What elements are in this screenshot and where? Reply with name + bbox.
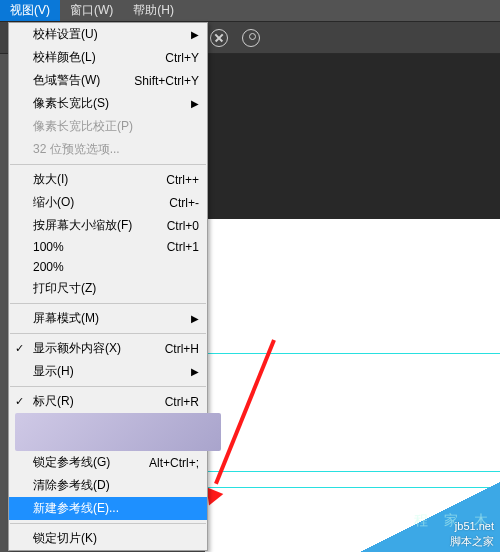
menu-32bit-preview: 32 位预览选项... xyxy=(9,138,207,161)
target-icon[interactable] xyxy=(242,29,260,47)
menu-fit-screen[interactable]: 按屏幕大小缩放(F)Ctrl+0 xyxy=(9,214,207,237)
blurred-region xyxy=(15,413,221,451)
menu-pixel-aspect[interactable]: 像素长宽比(S)▶ xyxy=(9,92,207,115)
menu-view[interactable]: 视图(V) xyxy=(0,0,60,21)
view-menu-dropdown: 校样设置(U)▶ 校样颜色(L)Ctrl+Y 色域警告(W)Shift+Ctrl… xyxy=(8,22,208,551)
menu-print-size[interactable]: 打印尺寸(Z) xyxy=(9,277,207,300)
menu-show[interactable]: 显示(H)▶ xyxy=(9,360,207,383)
submenu-arrow-icon: ▶ xyxy=(191,313,199,324)
cancel-icon[interactable] xyxy=(210,29,228,47)
menu-zoom-out[interactable]: 缩小(O)Ctrl+- xyxy=(9,191,207,214)
menu-separator xyxy=(10,303,206,304)
menu-gamut-warning[interactable]: 色域警告(W)Shift+Ctrl+Y xyxy=(9,69,207,92)
menu-lock-slices[interactable]: 锁定切片(K) xyxy=(9,527,207,550)
canvas-dark-area xyxy=(205,54,500,219)
menu-separator xyxy=(10,386,206,387)
menu-proof-setup[interactable]: 校样设置(U)▶ xyxy=(9,23,207,46)
menu-par-correction: 像素长宽比校正(P) xyxy=(9,115,207,138)
watermark-text: jb51.net脚本之家 xyxy=(450,519,494,548)
guide-line xyxy=(205,353,500,354)
menu-rulers[interactable]: 标尺(R)Ctrl+R xyxy=(9,390,207,413)
submenu-arrow-icon: ▶ xyxy=(191,366,199,377)
menu-lock-guides[interactable]: 锁定参考线(G)Alt+Ctrl+; xyxy=(9,451,207,474)
menu-proof-colors[interactable]: 校样颜色(L)Ctrl+Y xyxy=(9,46,207,69)
submenu-arrow-icon: ▶ xyxy=(191,29,199,40)
menu-separator xyxy=(10,523,206,524)
menu-screen-mode[interactable]: 屏幕模式(M)▶ xyxy=(9,307,207,330)
submenu-arrow-icon: ▶ xyxy=(191,98,199,109)
menu-help[interactable]: 帮助(H) xyxy=(123,0,184,21)
menu-new-guide[interactable]: 新建参考线(E)... xyxy=(9,497,207,520)
menu-window[interactable]: 窗口(W) xyxy=(60,0,123,21)
menu-zoom-in[interactable]: 放大(I)Ctrl++ xyxy=(9,168,207,191)
menu-extras[interactable]: 显示额外内容(X)Ctrl+H xyxy=(9,337,207,360)
menu-separator xyxy=(10,164,206,165)
menu-200-percent[interactable]: 200% xyxy=(9,257,207,277)
menu-clear-guides[interactable]: 清除参考线(D) xyxy=(9,474,207,497)
menu-100-percent[interactable]: 100%Ctrl+1 xyxy=(9,237,207,257)
guide-line xyxy=(205,471,500,472)
menu-separator xyxy=(10,333,206,334)
